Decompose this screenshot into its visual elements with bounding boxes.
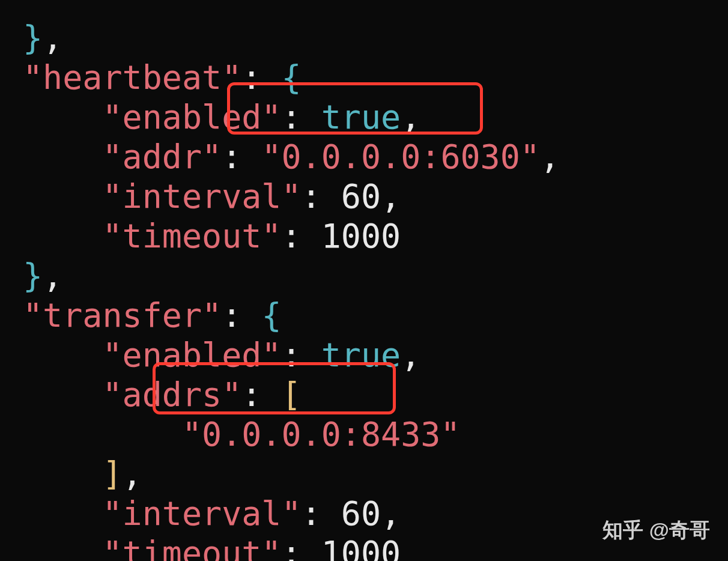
code-block: }, "heartbeat": { "enabled": true, "addr…: [23, 0, 560, 561]
line-tr-addrs-close: ],: [23, 455, 142, 493]
key-timeout: "timeout": [102, 217, 281, 255]
line-tr-addrs-open: "addrs": [: [23, 375, 302, 414]
line-hb-addr: "addr": "0.0.0.0:6030",: [23, 138, 560, 176]
val-timeout: 1000: [321, 217, 401, 255]
close-brace: }: [23, 19, 43, 57]
line-tr-addrs-item: "0.0.0.0:8433": [23, 415, 461, 453]
line-tr-timeout: "timeout": 1000: [23, 534, 401, 561]
key-interval: "interval": [102, 494, 301, 533]
val-interval: 60: [341, 177, 381, 216]
key-interval: "interval": [102, 177, 301, 216]
line-hb-interval: "interval": 60,: [23, 177, 401, 216]
line-tr-interval: "interval": 60,: [23, 494, 401, 533]
line-tr-enabled: "enabled": true,: [23, 336, 420, 374]
close-brace: }: [23, 256, 43, 295]
val-interval: 60: [341, 494, 381, 533]
line-prev-close: },: [23, 19, 62, 57]
val-addrs-item: "0.0.0.0:8433": [182, 415, 461, 453]
val-true: true: [321, 98, 401, 136]
key-enabled: "enabled": [102, 98, 281, 136]
open-bracket: [: [281, 375, 301, 414]
key-addr: "addr": [102, 138, 222, 176]
key-enabled: "enabled": [102, 336, 281, 374]
line-heartbeat-close: },: [23, 256, 62, 295]
val-true: true: [321, 336, 401, 374]
open-brace: {: [281, 58, 301, 97]
line-hb-timeout: "timeout": 1000: [23, 217, 401, 255]
key-addrs: "addrs": [102, 375, 241, 414]
val-timeout: 1000: [321, 534, 401, 561]
key-transfer: "transfer": [23, 296, 222, 335]
val-addr: "0.0.0.0:6030": [261, 138, 540, 176]
line-transfer-open: "transfer": {: [23, 296, 282, 335]
open-brace: {: [261, 296, 281, 335]
line-heartbeat-open: "heartbeat": {: [23, 58, 302, 97]
key-timeout: "timeout": [102, 534, 281, 561]
key-heartbeat: "heartbeat": [23, 58, 241, 97]
line-hb-enabled: "enabled": true,: [23, 98, 420, 136]
watermark-text: 知乎 @奇哥: [602, 517, 710, 544]
close-bracket: ]: [102, 455, 122, 493]
